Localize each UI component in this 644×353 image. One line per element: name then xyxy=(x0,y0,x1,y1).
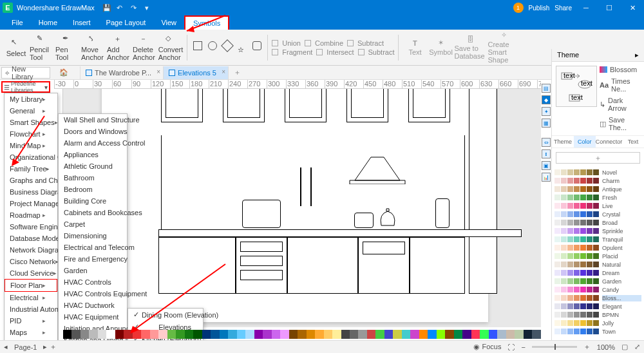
page-label[interactable]: Page-1 xyxy=(14,343,37,351)
sub-building-core[interactable]: Building Core xyxy=(59,195,127,207)
tool-select[interactable]: ↖Select xyxy=(4,33,28,62)
theme-row[interactable]: Dream xyxy=(554,269,641,276)
theme-row[interactable]: Charm xyxy=(554,177,641,184)
predefine-libraries-button[interactable]: ☰ Predefine Libraries▾ xyxy=(1,81,50,93)
close-icon[interactable]: × xyxy=(222,68,225,75)
color-swatch[interactable] xyxy=(106,330,115,339)
preset-dark-arrow[interactable]: ↳Dark Arrow xyxy=(600,97,640,112)
theme-row[interactable]: Novel xyxy=(554,169,641,176)
color-swatch[interactable] xyxy=(384,330,393,339)
color-swatch[interactable] xyxy=(280,330,289,339)
color-swatch[interactable] xyxy=(515,330,523,339)
color-swatch[interactable] xyxy=(480,330,488,339)
color-swatch[interactable] xyxy=(350,330,358,339)
tool-convert-anchor[interactable]: ◇Convert Anchor xyxy=(158,33,183,62)
color-swatch[interactable] xyxy=(289,330,298,339)
save-db[interactable]: 🗄Save to Database xyxy=(454,33,486,62)
color-swatch[interactable] xyxy=(115,330,124,339)
theme-tab-color[interactable]: Color xyxy=(574,136,596,148)
lib-pid[interactable]: PID▸ xyxy=(5,315,57,327)
lib-maps[interactable]: Maps▸ xyxy=(5,327,57,338)
color-swatch[interactable] xyxy=(272,330,280,339)
symbol-tool[interactable]: ✶Symbol xyxy=(428,33,453,62)
color-swatch[interactable] xyxy=(71,330,80,339)
fit-page-icon[interactable]: ▢ xyxy=(621,343,628,351)
lib-organizational-chart[interactable]: Organizational Chart▸ xyxy=(5,151,57,163)
color-swatch[interactable] xyxy=(315,330,323,339)
color-swatch[interactable] xyxy=(254,330,263,339)
theme-icon[interactable]: ◆ xyxy=(542,95,551,104)
color-swatch[interactable] xyxy=(437,330,445,339)
color-swatch[interactable] xyxy=(428,330,436,339)
menu-insert[interactable]: Insert xyxy=(65,15,99,30)
color-swatch[interactable] xyxy=(375,330,384,339)
collapse-icon[interactable]: ▸ xyxy=(635,51,639,59)
color-swatch[interactable] xyxy=(445,330,453,339)
table-icon[interactable]: ▦ xyxy=(542,119,551,128)
color-swatch[interactable] xyxy=(141,330,149,339)
color-swatch[interactable] xyxy=(211,330,219,339)
color-swatch[interactable] xyxy=(462,330,471,339)
fullscreen-icon[interactable]: ⤢ xyxy=(634,343,640,351)
prev-page[interactable]: ◂ xyxy=(4,343,8,351)
sub-carpet[interactable]: Carpet xyxy=(59,218,127,230)
preset-blossom[interactable]: Blossom xyxy=(600,66,640,73)
smart-shape[interactable]: ✧Create Smart Shape xyxy=(488,33,520,62)
color-swatch[interactable] xyxy=(524,330,532,339)
color-swatch[interactable] xyxy=(393,330,401,339)
sub-hvac-equipment[interactable]: HVAC Equipment xyxy=(59,311,127,323)
undo-icon[interactable]: ↶ xyxy=(117,4,124,12)
theme-row[interactable]: Live xyxy=(554,202,641,209)
color-swatch[interactable] xyxy=(202,330,211,339)
theme-row[interactable]: Opulent xyxy=(554,244,641,251)
sub-garden[interactable]: Garden xyxy=(59,265,127,276)
add-theme-button[interactable]: ＋ xyxy=(556,152,640,164)
next-page[interactable]: ▸ ＋ xyxy=(43,342,56,352)
lib-electrical[interactable]: Electrical▸ xyxy=(5,292,57,303)
color-swatch[interactable] xyxy=(532,330,540,339)
color-swatch[interactable] xyxy=(307,330,315,339)
shape-circle[interactable] xyxy=(208,41,217,50)
sub-hvac-ductwork[interactable]: HVAC Ductwork xyxy=(59,300,127,311)
shape-rrect[interactable] xyxy=(252,41,261,50)
zoom-slider[interactable] xyxy=(532,346,577,348)
color-swatch[interactable] xyxy=(506,330,515,339)
color-swatch[interactable] xyxy=(402,330,410,339)
new-library-button[interactable]: ✧ New Library xyxy=(1,67,50,79)
theme-row[interactable]: Bloss... xyxy=(554,294,641,301)
menu-file[interactable]: File xyxy=(4,15,31,30)
close-icon[interactable]: × xyxy=(156,68,160,75)
theme-row[interactable]: Town xyxy=(554,328,641,335)
shape-star[interactable]: ☆ xyxy=(238,46,247,54)
color-swatch[interactable] xyxy=(367,330,375,339)
new-tab-button[interactable]: ＋ xyxy=(229,68,246,77)
color-swatch[interactable] xyxy=(124,330,132,339)
color-swatch[interactable] xyxy=(263,330,271,339)
sub-bathroom[interactable]: Bathroom xyxy=(59,172,127,184)
lib-graphs-and-charts[interactable]: Graphs and Charts▸ xyxy=(5,175,57,186)
color-swatch[interactable] xyxy=(332,330,341,339)
tool-move-anchor[interactable]: ⤣Move Anchor xyxy=(81,33,106,62)
menu-home[interactable]: Home xyxy=(31,15,65,30)
theme-row[interactable]: Elegant xyxy=(554,303,641,310)
sub-dimensioning[interactable]: Dimensioning xyxy=(59,230,127,242)
effects-icon[interactable]: ✦ xyxy=(542,107,551,116)
lib-my-library[interactable]: My Library▸ xyxy=(5,93,57,105)
sub-cabinets-and-bookcases[interactable]: Cabinets and Bookcases xyxy=(59,207,127,218)
theme-row[interactable]: Fresh xyxy=(554,194,641,201)
color-swatch[interactable] xyxy=(324,330,332,339)
color-swatch[interactable] xyxy=(220,330,228,339)
menu-page-layout[interactable]: Page Layout xyxy=(99,15,154,30)
tab-wardrobe[interactable]: The Wardrobe P...× xyxy=(80,66,164,79)
minimize-button[interactable]: ─ xyxy=(577,4,595,12)
shape-diamond[interactable] xyxy=(221,39,234,52)
color-swatch[interactable] xyxy=(471,330,480,339)
save-icon[interactable]: 💾 xyxy=(102,4,110,12)
theme-row[interactable]: Garden xyxy=(554,278,641,285)
sub-doors-and-windows[interactable]: Doors and Windows xyxy=(59,126,127,137)
share-button[interactable]: Share xyxy=(554,5,572,12)
color-swatch[interactable] xyxy=(358,330,366,339)
tab-home[interactable]: 🏠 xyxy=(54,66,80,79)
color-swatch[interactable] xyxy=(419,330,428,339)
maximize-button[interactable]: ☐ xyxy=(600,4,618,12)
